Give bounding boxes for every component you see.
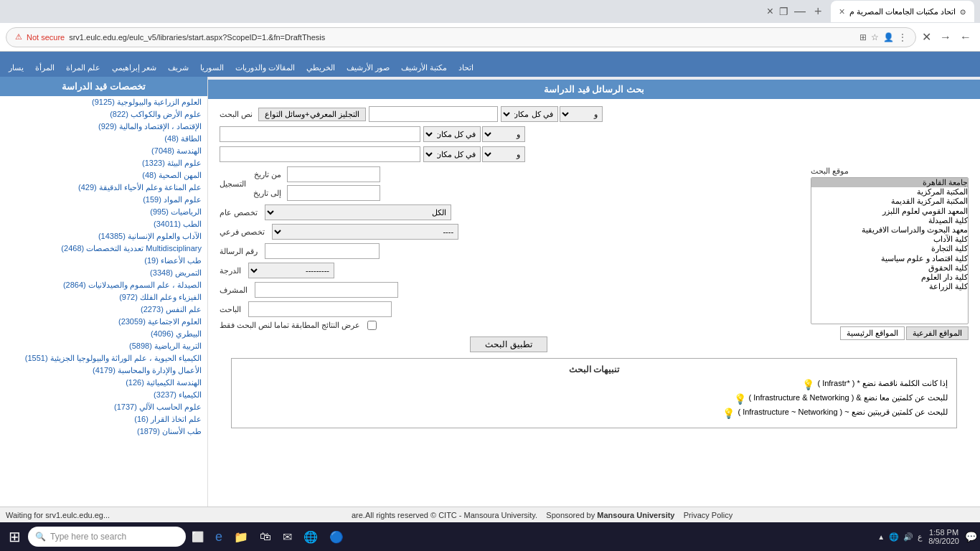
nav-item-8[interactable]: الخريطي <box>303 62 338 74</box>
sidebar-item-19: البيطري (4096) <box>0 328 207 340</box>
researcher-label: الباحث <box>220 305 241 314</box>
sidebar-link-6[interactable]: المهن الصحية (48) <box>142 171 202 179</box>
sidebar-link-8[interactable]: علوم المواد (159) <box>143 195 202 204</box>
taskbar-search-box[interactable]: 🔍 Type here to search <box>28 527 186 547</box>
tip-2-icon: 💡 <box>734 393 746 405</box>
search-type-btn[interactable]: التجليز المعرفي+وسائل التواع <box>258 108 366 121</box>
search-button[interactable]: تطبيق البحث <box>470 336 547 352</box>
tip-1: إذا كانت الكلمة ناقصة نضع * ( *Infrastr … <box>240 379 948 390</box>
nav-item-4[interactable]: شعر إبراهيمي <box>109 62 159 74</box>
nav-item-9[interactable]: صور الأرشيف <box>344 62 392 74</box>
sidebar-link-26[interactable]: علم اتخاذ القرار (16) <box>134 415 202 423</box>
location-list[interactable]: جامعة القاهرة المكتبة المركزية المكتبة ا… <box>811 177 969 324</box>
forward-button[interactable]: → <box>937 28 954 47</box>
tab-close-btn[interactable]: × <box>839 6 845 17</box>
subspecialty-select[interactable]: ---- <box>272 224 458 240</box>
sidebar-link-11[interactable]: الآداب والعلوم الإنسانية (14385) <box>98 232 202 240</box>
sub-locations-tab[interactable]: المواقع الفرعية <box>906 326 969 340</box>
bookmark-icon[interactable]: ☆ <box>871 32 879 42</box>
operator-select-1[interactable]: و <box>560 106 603 122</box>
sidebar-link-13[interactable]: طب الأعضاء (19) <box>144 256 202 265</box>
nav-item-1[interactable]: يسار <box>6 62 27 74</box>
sidebar-link-20[interactable]: التربية الرياضية (5898) <box>129 342 202 350</box>
close-button[interactable]: × <box>767 5 773 18</box>
supervisor-input[interactable] <box>255 282 398 298</box>
sidebar-link-12[interactable]: Multidisciplinary تعددية التخصصات (2468) <box>61 244 202 253</box>
from-date-input[interactable] <box>287 166 380 182</box>
main-locations-tab[interactable]: المواقع الرئيسية <box>840 326 905 340</box>
sidebar-link-9[interactable]: الرياضيات (995) <box>150 207 202 216</box>
browser-tab[interactable]: ⊙ اتحاد مكتبات الجامعات المصرية م × <box>831 1 974 22</box>
system-tray: ▲ 🌐 🔊 ع <box>877 532 923 542</box>
field-select-2[interactable]: في كل مكان <box>423 126 481 142</box>
account-icon[interactable]: 👤 <box>883 32 894 42</box>
sidebar-link-22[interactable]: الأعمال والإدارة والمحاسبة (4179) <box>93 366 202 375</box>
field-select-1[interactable]: في كل مكان <box>501 106 558 122</box>
tip-3-text: للبحث عن كلمتين قريبتين نضع ~ ( Infrastr… <box>738 408 948 417</box>
sidebar-link-3[interactable]: الطاقة (48) <box>164 134 202 143</box>
mail-icon[interactable]: ✉ <box>278 527 296 547</box>
url-text[interactable]: srv1.eulc.edu.eg/eulc_v5/libraries/start… <box>69 33 855 42</box>
sidebar-link-15[interactable]: الصيدلة ، علم السموم والصيدلانيات (2864) <box>63 281 202 289</box>
sidebar-link-14[interactable]: التمريض (3348) <box>150 268 202 277</box>
thesis-number-input[interactable] <box>265 243 380 259</box>
exact-match-checkbox[interactable] <box>367 321 377 330</box>
notifications-button[interactable]: 💬 <box>965 531 977 542</box>
sidebar-link-18[interactable]: العلوم الاجتماعية (23059) <box>118 317 202 326</box>
specialty-select[interactable]: الكل <box>265 204 451 220</box>
address-bar[interactable]: ⚠ Not secure srv1.eulc.edu.eg/eulc_v5/li… <box>6 27 916 47</box>
nav-item-10[interactable]: مكتبة الأرشيف <box>398 62 450 74</box>
task-view-icon[interactable]: ⬜ <box>187 528 208 545</box>
minimize-button[interactable]: — <box>794 5 806 18</box>
back-button[interactable]: ← <box>957 28 974 47</box>
field-select-3[interactable]: في كل مكان <box>423 146 481 162</box>
browser-icon[interactable]: 🌐 <box>299 527 322 547</box>
sidebar-link-27[interactable]: طب الأسنان (1879) <box>137 427 202 435</box>
nav-item-5[interactable]: شريف <box>165 62 192 74</box>
degree-select[interactable]: --------- <box>248 263 334 278</box>
sidebar-link-17[interactable]: علم النفس (2273) <box>141 305 202 314</box>
location-item-7: كلية التجارة <box>811 244 968 253</box>
chrome-icon[interactable]: 🔵 <box>325 527 348 547</box>
sidebar-link-5[interactable]: علوم البيئة (1323) <box>142 159 202 167</box>
to-date-input[interactable] <box>287 185 380 201</box>
new-tab-button[interactable]: + <box>809 4 828 19</box>
nav-item-7[interactable]: المقالات والدوريات <box>232 62 298 74</box>
sidebar-link-19[interactable]: البيطري (4096) <box>151 329 202 338</box>
nav-item-2[interactable]: المرأة <box>32 62 57 74</box>
researcher-input[interactable] <box>248 301 392 317</box>
sidebar-link-0[interactable]: العلوم الزراعية والبيولوجية (9125) <box>92 98 202 106</box>
operator-select-3[interactable]: و <box>482 146 525 162</box>
sidebar-link-16[interactable]: الفيزياء وعلم الفلك (972) <box>119 293 202 301</box>
location-item-11: كلية الزراعة <box>811 282 968 291</box>
clock-date: 8/9/2020 <box>928 537 959 545</box>
sidebar-link-24[interactable]: الكيمياء (3237) <box>154 390 202 399</box>
search-form: و في كل مكان التجليز المعرفي+وسائل التوا… <box>208 99 980 441</box>
sidebar-link-10[interactable]: الطب (34011) <box>154 220 202 228</box>
search-input-3[interactable] <box>220 146 420 162</box>
sidebar-link-7[interactable]: علم المناعة وعلم الأحياء الدقيقة (429) <box>78 183 202 192</box>
start-button[interactable]: ⊞ <box>3 525 27 548</box>
degree-row: --------- الدرجة <box>220 263 798 278</box>
nav-item-11[interactable]: اتحاد <box>456 62 476 74</box>
sidebar-link-21[interactable]: الكيمياء الحيوية ، علم الوراثة والبيولوج… <box>25 354 202 362</box>
sidebar-link-4[interactable]: الهندسة (7048) <box>151 146 202 155</box>
file-explorer-icon[interactable]: 📁 <box>230 527 253 547</box>
sidebar-link-25[interactable]: علوم الحاسب الآلي (1737) <box>114 402 202 411</box>
restore-button[interactable]: ❐ <box>779 6 788 17</box>
nav-item-6[interactable]: السوريا <box>197 62 227 74</box>
edge-icon[interactable]: e <box>211 527 227 547</box>
tray-up-icon[interactable]: ▲ <box>877 533 885 541</box>
operator-select-2[interactable]: و <box>482 126 525 142</box>
sidebar-link-23[interactable]: الهندسة الكيميائية (126) <box>126 378 202 387</box>
sidebar-item-8: علوم المواد (159) <box>0 194 207 206</box>
sidebar-link-1[interactable]: علوم الأرض والكواكب (822) <box>110 110 202 118</box>
reload-button[interactable]: ✕ <box>919 27 934 47</box>
store-icon[interactable]: 🛍 <box>255 527 275 546</box>
menu-icon[interactable]: ⋮ <box>898 32 907 42</box>
thesis-number-row: رقم الرسالة <box>220 243 798 259</box>
search-input-1[interactable] <box>369 106 498 122</box>
sidebar-link-2[interactable]: الإقتصاد ، الإقتصاد والمالية (929) <box>98 122 202 131</box>
nav-item-3[interactable]: علم المراة <box>63 62 103 74</box>
search-input-2[interactable] <box>220 126 420 142</box>
